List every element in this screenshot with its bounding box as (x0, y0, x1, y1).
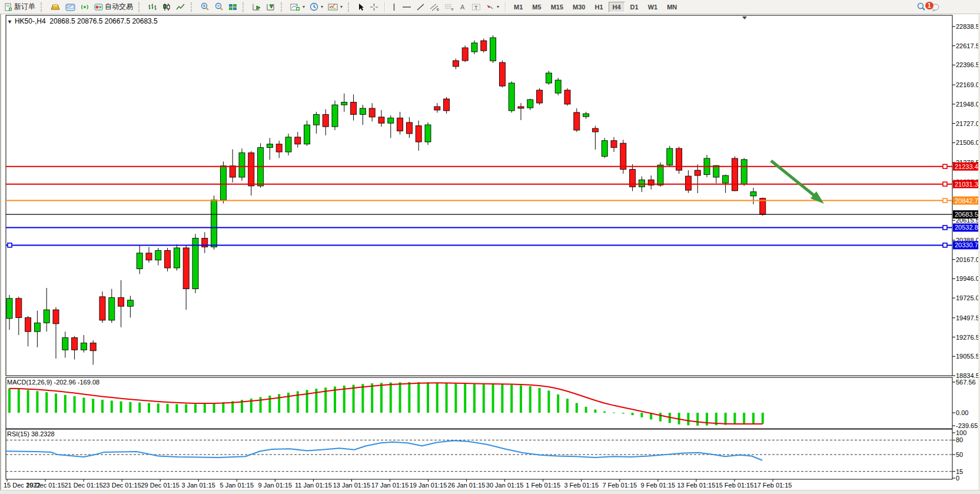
fibonacci-icon: F (444, 3, 454, 11)
template-button[interactable]: ▾ (325, 2, 345, 12)
chart-shift-button[interactable] (264, 2, 278, 12)
svg-text:11 Jan 01:15: 11 Jan 01:15 (295, 482, 332, 489)
timeframe-group: M1 M5 M15 M30 H1 H4 D1 W1 MN (507, 0, 683, 14)
add-indicator-icon (290, 3, 300, 11)
svg-text:3 Feb 01:15: 3 Feb 01:15 (564, 482, 599, 489)
toolbar-grip (281, 2, 285, 12)
timeframe-m15[interactable]: M15 (547, 2, 567, 12)
bar-chart-icon (148, 3, 157, 11)
timeframe-mn[interactable]: MN (663, 2, 681, 12)
svg-text:100: 100 (956, 429, 966, 436)
toolbar-grip (41, 2, 45, 12)
timeframe-m30[interactable]: M30 (569, 2, 589, 12)
periods-button[interactable]: ▾ (307, 1, 325, 12)
svg-text:21031.3: 21031.3 (955, 181, 978, 188)
macd-indicator-label: MACD(12,26,9) -202.96 -169.08 (7, 379, 99, 386)
vertical-line-tool[interactable] (388, 2, 400, 12)
svg-text:80: 80 (956, 436, 963, 443)
text-tool[interactable]: A (457, 2, 469, 12)
cursor-tool-button[interactable] (355, 2, 367, 12)
toolbar-separator (505, 2, 506, 12)
svg-text:20330.7: 20330.7 (955, 241, 978, 248)
svg-text:19055.5: 19055.5 (956, 353, 979, 360)
dropdown-caret: ▾ (497, 4, 499, 9)
line-chart-button[interactable] (174, 2, 188, 12)
svg-text:-239.65: -239.65 (956, 422, 978, 429)
svg-text:19276.5: 19276.5 (956, 334, 979, 341)
rsi-indicator-label: RSI(15) 38.2328 (7, 430, 55, 437)
svg-text:9 Jan 01:15: 9 Jan 01:15 (258, 482, 293, 489)
timeframe-w1[interactable]: W1 (644, 2, 662, 12)
clock-icon (310, 2, 318, 11)
auto-scroll-icon (252, 3, 261, 11)
chart-window: 22838.522617.522396.522169.021948.021727… (0, 14, 980, 490)
auto-scroll-button[interactable] (250, 2, 264, 12)
zoom-in-button[interactable] (198, 1, 212, 12)
signal-button[interactable] (78, 2, 92, 12)
svg-text:E: E (437, 8, 439, 11)
svg-text:9 Feb 01:15: 9 Feb 01:15 (640, 482, 675, 489)
dropdown-caret: ▾ (321, 4, 323, 9)
new-order-button[interactable]: 新订单 (2, 1, 38, 13)
signal-icon (80, 3, 89, 11)
timeframe-m1[interactable]: M1 (510, 2, 527, 12)
svg-text:15: 15 (956, 468, 963, 475)
svg-text:19725.0: 19725.0 (956, 294, 979, 301)
timeframe-d1[interactable]: D1 (626, 2, 643, 12)
svg-text:13 Feb 01:15: 13 Feb 01:15 (677, 482, 715, 489)
terminal-window-button[interactable] (63, 2, 78, 12)
svg-text:17 Feb 01:15: 17 Feb 01:15 (754, 482, 792, 489)
svg-text:19497.5: 19497.5 (956, 314, 979, 321)
fibonacci-tool[interactable]: F (442, 2, 457, 12)
timeframe-h4[interactable]: H4 (609, 2, 625, 12)
zoom-out-button[interactable] (212, 1, 226, 12)
gold-ingot-icon (50, 3, 61, 11)
horizontal-line-tool[interactable] (400, 2, 414, 12)
vertical-line-icon (391, 3, 397, 11)
collapse-triangle-icon[interactable]: ▼ (7, 19, 12, 25)
text-a-icon: A (459, 3, 467, 11)
svg-text:19946.0: 19946.0 (956, 275, 979, 282)
toolbar-grip (348, 2, 352, 12)
svg-text:50: 50 (956, 451, 963, 458)
svg-text:21727.0: 21727.0 (956, 120, 979, 127)
toolbar-separator (384, 2, 385, 12)
crosshair-tool-button[interactable] (367, 2, 381, 12)
tile-windows-button[interactable] (226, 2, 240, 12)
svg-text:22169.0: 22169.0 (956, 81, 979, 88)
svg-text:20683.5: 20683.5 (955, 211, 978, 218)
svg-text:22838.5: 22838.5 (956, 23, 979, 30)
arrows-tool[interactable]: ▾ (483, 2, 501, 12)
timeframe-m5[interactable]: M5 (528, 2, 545, 12)
trendline-icon (416, 3, 425, 11)
svg-text:1 Feb 01:15: 1 Feb 01:15 (526, 482, 560, 489)
bar-chart-button[interactable] (145, 2, 160, 12)
zoom-in-icon (200, 2, 210, 11)
timeframe-h1[interactable]: H1 (590, 2, 607, 12)
svg-text:17 Jan 01:15: 17 Jan 01:15 (371, 482, 409, 489)
svg-text:7 Feb 01:15: 7 Feb 01:15 (602, 482, 637, 489)
autotrade-button[interactable]: 自动交易 (92, 1, 135, 13)
text-label-tool[interactable]: T (469, 2, 483, 12)
toolbar-grip (138, 2, 142, 12)
svg-text:13 Jan 01:15: 13 Jan 01:15 (333, 482, 371, 489)
window-bottom-edge (0, 490, 980, 494)
svg-text:21233.4: 21233.4 (955, 163, 978, 170)
svg-text:26 Jan 01:15: 26 Jan 01:15 (448, 482, 486, 489)
svg-text:20842.7: 20842.7 (955, 197, 978, 204)
text-label-icon: T (471, 3, 481, 11)
add-indicator-button[interactable]: ▾ (288, 2, 307, 12)
svg-text:21 Dec 01:15: 21 Dec 01:15 (64, 482, 102, 489)
trendline-tool[interactable] (414, 2, 427, 12)
terminal-window-icon (65, 3, 75, 11)
chart-canvas[interactable]: 22838.522617.522396.522169.021948.021727… (1, 14, 980, 490)
chart-title: ▼HK50-,H4 20868.5 20876.5 20667.5 20683.… (7, 17, 158, 25)
svg-text:30 Jan 01:15: 30 Jan 01:15 (486, 482, 524, 489)
notification-badge: 1 (925, 2, 934, 9)
candlestick-chart-button[interactable] (160, 2, 174, 12)
notifications-button[interactable]: 1 (928, 1, 944, 13)
new-order-icon (4, 3, 12, 11)
gold-ingot-button[interactable] (48, 2, 63, 12)
svg-text:21948.0: 21948.0 (956, 101, 979, 108)
equidistant-channel-tool[interactable]: E (427, 2, 442, 12)
